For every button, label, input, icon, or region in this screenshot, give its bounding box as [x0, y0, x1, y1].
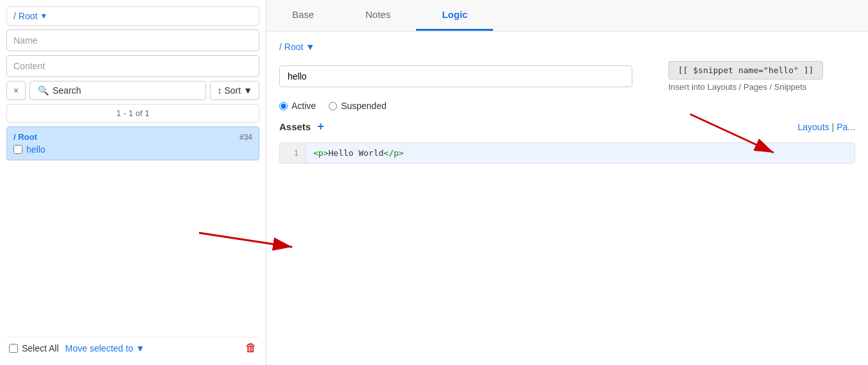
status-active-label[interactable]: Active: [279, 101, 316, 111]
code-line-1: 1 <p>Hello World</p>: [280, 143, 855, 163]
pages-link[interactable]: Pa...: [837, 122, 855, 132]
assets-row: Assets + Layouts | Pa...: [279, 120, 855, 133]
move-selected-button[interactable]: Move selected to ▼: [65, 343, 145, 353]
layouts-links: Layouts | Pa...: [798, 122, 855, 132]
clear-icon: ×: [13, 85, 19, 96]
code-content-1[interactable]: <p>Hello World</p>: [306, 143, 855, 163]
snippet-item: / Root #34 hello: [6, 126, 259, 160]
line-number-1: 1: [280, 143, 306, 163]
left-breadcrumb-text: / Root: [13, 11, 37, 21]
snippet-item-header: / Root #34: [13, 132, 252, 142]
status-suspended-label[interactable]: Suspended: [329, 101, 386, 111]
move-chevron-icon: ▼: [135, 343, 144, 353]
bottom-bar: Select All Move selected to ▼ 🗑: [6, 337, 259, 359]
name-input[interactable]: [6, 30, 259, 51]
search-icon: 🔍: [38, 85, 49, 96]
add-asset-icon: +: [317, 120, 324, 133]
links-separator: |: [832, 122, 835, 132]
select-all-label[interactable]: Select All: [22, 343, 59, 353]
delete-icon: 🗑: [245, 341, 257, 354]
tabs-bar: Base Notes Logic: [266, 0, 868, 31]
clear-button[interactable]: ×: [6, 81, 26, 100]
add-asset-button[interactable]: +: [317, 120, 324, 133]
pagination-info: 1 - 1 of 1: [6, 104, 259, 123]
select-all-area: Select All: [9, 343, 59, 353]
snippet-name-row: hello: [13, 144, 252, 155]
code-tag-close: </p>: [384, 148, 404, 158]
active-label: Active: [291, 101, 316, 111]
tab-logic[interactable]: Logic: [416, 0, 493, 31]
sort-button[interactable]: ↕ Sort ▼: [210, 81, 259, 100]
left-panel: / Root ▼ × 🔍 Search ↕ Sort ▼ 1 - 1 of 1: [0, 0, 266, 365]
status-active-radio[interactable]: [279, 102, 288, 110]
name-row: [[ $snippet name="hello" ]] Insert into …: [279, 61, 855, 92]
snippet-checkbox[interactable]: [13, 145, 22, 154]
delete-button[interactable]: 🗑: [245, 341, 257, 355]
snippet-name[interactable]: hello: [26, 144, 46, 155]
snippet-tag: [[ $snippet name="hello" ]]: [668, 61, 823, 80]
suspended-label: Suspended: [341, 101, 386, 111]
tab-base[interactable]: Base: [266, 0, 340, 31]
right-content: / Root ▼ [[ $snippet name="hello" ]] Ins…: [266, 31, 868, 365]
sort-icon: ↕: [217, 85, 221, 96]
insert-label: Insert into Layouts / Pages / Snippets: [668, 82, 823, 92]
code-editor: 1 <p>Hello World</p>: [279, 142, 855, 164]
right-breadcrumb-chevron-icon: ▼: [306, 42, 315, 52]
snippet-list: / Root #34 hello: [6, 126, 259, 330]
content-input[interactable]: [6, 55, 259, 77]
right-panel: Base Notes Logic / Root ▼ [[ $snippet na…: [266, 0, 868, 365]
left-breadcrumb-chevron-icon: ▼: [40, 12, 48, 21]
assets-label: Assets: [279, 121, 311, 132]
search-button[interactable]: 🔍 Search: [30, 81, 206, 100]
move-selected-label: Move selected to: [65, 343, 134, 353]
status-row: Active Suspended: [279, 101, 855, 111]
snippet-id: #34: [239, 133, 252, 142]
sort-label: Sort: [224, 85, 241, 96]
search-label: Search: [53, 85, 81, 96]
left-breadcrumb-button[interactable]: / Root ▼: [6, 6, 259, 26]
right-breadcrumb-text: / Root: [279, 42, 303, 52]
code-tag-open: <p>: [313, 148, 328, 158]
snippet-name-input[interactable]: [279, 65, 632, 87]
search-sort-row: × 🔍 Search ↕ Sort ▼: [6, 81, 259, 100]
tab-notes[interactable]: Notes: [340, 0, 416, 31]
layouts-link[interactable]: Layouts: [798, 122, 829, 132]
snippet-folder: / Root: [13, 132, 37, 142]
pagination-text: 1 - 1 of 1: [116, 108, 149, 118]
right-breadcrumb[interactable]: / Root ▼: [279, 42, 855, 52]
sort-chevron-icon: ▼: [243, 85, 252, 96]
code-text: Hello World: [328, 148, 383, 158]
select-all-checkbox[interactable]: [9, 344, 18, 353]
status-suspended-radio[interactable]: [329, 102, 337, 110]
